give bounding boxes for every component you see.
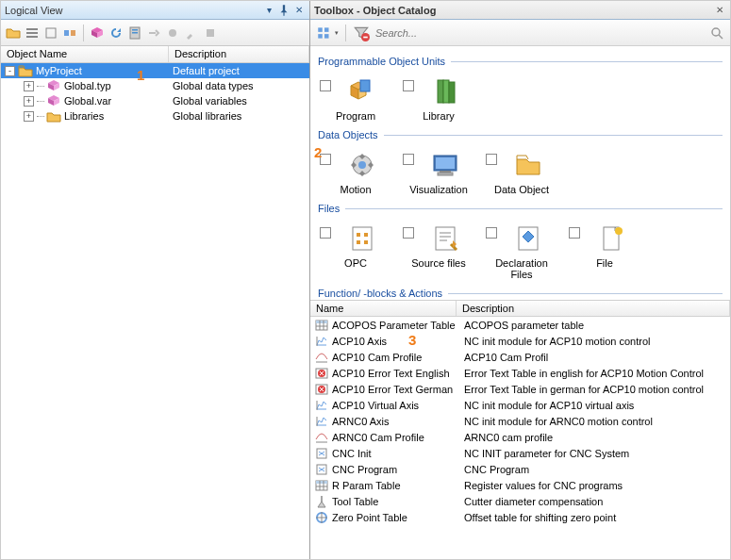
catalog-item-file[interactable]: File [567,220,642,282]
prop-icon[interactable] [89,25,106,41]
catalog-item-decl[interactable]: Declaration Files [484,220,559,282]
tree-item-typ[interactable]: +Global.typGlobal data types [1,78,309,93]
list-item-desc: ACP10 Cam Profil [460,352,730,363]
list-row[interactable]: ARNC0 AxisNC init module for ARNC0 motio… [310,413,730,429]
item-checkbox[interactable] [403,227,414,239]
decl-icon [513,223,543,254]
program-icon [347,76,377,107]
list-row[interactable]: ACP10 Cam ProfileACP10 Cam Profil [310,349,730,365]
catalog-item-source[interactable]: Source files [401,220,476,282]
clear-filter-icon[interactable] [353,25,370,41]
expander-icon[interactable]: + [24,81,34,91]
catalog-item-library[interactable]: Library [401,73,476,124]
logical-view-panel: Logical View ▾ ✕ Object Name Description… [1,1,310,559]
svg-rect-0 [26,28,38,30]
expander-icon[interactable]: + [24,96,34,107]
expander-icon[interactable]: + [24,111,34,122]
svg-rect-18 [438,80,443,103]
item-checkbox[interactable] [486,154,497,165]
tree-item-desc: Global variables [173,95,247,107]
tree-item-label: Global.var [64,95,111,107]
list-item-name: Tool Table [332,496,460,507]
filter-icon[interactable] [316,25,333,41]
col-description[interactable]: Description [169,46,309,62]
catalog-item-dataobject[interactable]: Data Object [484,146,559,197]
tool1-icon[interactable] [164,25,181,41]
col-object-name[interactable]: Object Name [1,46,169,62]
toolbox-list[interactable]: ACOPOS Parameter TableACOPOS parameter t… [310,317,730,559]
list-row[interactable]: ARNC0 Cam ProfileARNC0 cam profile [310,429,730,445]
tree-item-lib[interactable]: +LibrariesGlobal libraries [1,108,309,124]
list-row[interactable]: CNC InitNC INIT parameter for CNC System [310,445,730,461]
catalog-item-program[interactable]: Program [318,73,393,124]
toolbox-search-row: ▾ [310,20,730,46]
catalog-item-motion[interactable]: Motion [318,146,393,197]
box-icon[interactable] [42,25,59,41]
visualization-icon [430,150,460,180]
group-label: Files [318,203,340,214]
list-col-name[interactable]: Name [310,301,457,316]
item-checkbox[interactable] [403,80,414,91]
expander-icon[interactable]: - [5,66,15,76]
toolbox-title: Toolbox - Object Catalog [314,5,711,16]
item-checkbox[interactable] [320,80,331,91]
svg-rect-12 [324,27,329,32]
list-row[interactable]: Tool TableCutter diameter compensation [310,493,730,509]
item-checkbox[interactable] [486,227,497,239]
list-row[interactable]: CNC ProgramCNC Program [310,461,730,477]
new-folder-icon[interactable] [5,25,22,41]
callout-2: 2 [314,144,322,160]
transfer-icon[interactable] [145,25,162,41]
catalog-item-opc[interactable]: OPC [318,220,393,282]
search-input[interactable] [374,25,706,41]
list-row[interactable]: ACOPOS Parameter TableACOPOS parameter t… [310,317,730,333]
assign-icon[interactable] [61,25,78,41]
svg-rect-14 [324,34,329,39]
file-icon [596,223,626,254]
item-label: OPC [344,257,367,269]
item-label: Program [336,110,375,122]
logical-view-title: Logical View [5,5,260,16]
item-checkbox[interactable] [403,154,414,165]
callout-3: 3 [408,332,416,348]
tree-item-var[interactable]: +Global.varGlobal variables [1,93,309,108]
list-row[interactable]: R Param TableRegister values for CNC pro… [310,477,730,493]
list-row[interactable]: ACP10 Virtual AxisNC init module for ACP… [310,397,730,413]
list-row[interactable]: ACP10 Error Text GermanError Text Table … [310,381,730,397]
tool2-icon[interactable] [183,25,200,41]
list-row[interactable]: ACP10 AxisNC init module for ACP10 motio… [310,333,730,349]
svg-rect-19 [443,80,449,103]
dataobject-icon [513,150,543,180]
tree-item-root[interactable]: -MyProjectDefault project [1,63,309,78]
item-checkbox[interactable] [569,227,580,239]
dropdown-icon[interactable]: ▾ [262,4,275,17]
build-icon[interactable] [126,25,143,41]
table-icon [314,318,329,333]
svg-rect-1 [26,32,38,34]
chevron-down-icon[interactable]: ▾ [335,29,339,37]
tool3-icon[interactable] [202,25,219,41]
object-tree[interactable]: -MyProjectDefault project+Global.typGlob… [1,63,309,559]
svg-rect-17 [360,80,370,91]
list-row[interactable]: Zero Point TableOffset table for shiftin… [310,509,730,525]
svg-rect-3 [46,28,56,38]
svg-rect-8 [132,32,138,34]
zero-icon [314,510,329,525]
close-icon[interactable]: ✕ [713,4,726,17]
catalog-item-visualization[interactable]: Visualization [401,146,476,197]
cnc-icon [314,446,329,461]
list-row[interactable]: ACP10 Error Text EnglishError Text Table… [310,365,730,381]
toolbox-list-header: Name Description [310,300,730,317]
item-checkbox[interactable] [320,227,331,239]
close-icon[interactable]: ✕ [292,4,306,17]
list-icon[interactable] [24,25,41,41]
refresh-icon[interactable] [108,25,125,41]
list-col-desc[interactable]: Description [457,301,730,316]
err-icon [314,366,329,381]
search-icon[interactable] [709,25,724,41]
item-label: Motion [340,184,371,195]
pin-icon[interactable] [277,4,291,17]
list-item-name: ARNC0 Axis [332,416,460,427]
list-item-name: R Param Table [332,480,460,491]
svg-rect-4 [64,30,69,36]
